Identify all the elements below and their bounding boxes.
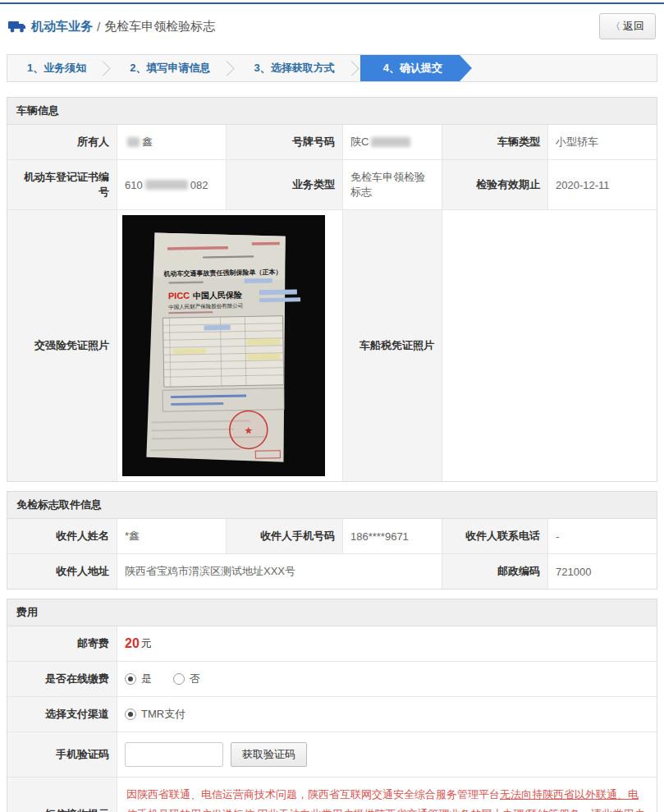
radio-checked-icon[interactable]	[125, 673, 136, 685]
step-2-fill-info[interactable]: 2、填写申请信息	[110, 55, 230, 81]
postage-label: 邮寄费	[7, 626, 117, 662]
zip-code-label: 邮政编码	[442, 554, 548, 589]
pay-channel-row: 选择支付渠道 TMR支付	[7, 697, 657, 732]
online-pay-no-option[interactable]: 否	[173, 672, 200, 686]
vehicle-row-2: 机动车登记证书编号 610082 业务类型 免检车申领检验标志 检验有效期止 2…	[7, 160, 657, 210]
redaction-blur	[145, 180, 188, 190]
pay-channel-options: TMR支付	[117, 697, 657, 732]
insurance-certificate-photo: 机动车交通事故责任强制保险单（正本） PICC 中国人民保险 中国人民财产保险股…	[122, 215, 325, 476]
registration-no-value: 610082	[117, 160, 227, 210]
postage-unit: 元	[141, 636, 152, 651]
postage-value: 20元	[117, 626, 657, 662]
radio-checked-icon[interactable]	[125, 709, 136, 720]
plate-value: 陕C	[343, 125, 442, 160]
redaction-blur	[127, 137, 140, 147]
business-type-value: 免检车申领检验标志	[343, 160, 442, 210]
pay-channel-tmr-option[interactable]: TMR支付	[125, 707, 185, 722]
insurance-photo-label: 交强险凭证照片	[7, 210, 117, 481]
tax-photo-cell-empty	[442, 210, 657, 481]
online-pay-row: 是否在线缴费 是 否	[7, 662, 657, 697]
plate-label: 号牌号码	[227, 125, 343, 160]
pickup-info-section: 免检标志取件信息 收件人姓名 *鑫 收件人手机号码 186****9671 收件…	[7, 491, 657, 590]
sms-tip-row: 短信接收提示 因陕西省联通、电信运营商技术问题，陕西省互联网交通安全综合服务管理…	[7, 778, 657, 812]
get-sms-code-button[interactable]: 获取验证码	[231, 742, 307, 767]
page-title: 免检车申领检验标志	[104, 19, 215, 34]
back-button-label: 返回	[623, 20, 644, 32]
recipient-name-label: 收件人姓名	[7, 519, 117, 554]
sms-code-input[interactable]	[125, 742, 223, 767]
recipient-mobile-value: 186****9671	[343, 519, 442, 554]
online-pay-options: 是 否	[117, 662, 657, 697]
sms-code-label: 手机验证码	[7, 732, 117, 778]
pay-channel-label: 选择支付渠道	[7, 697, 117, 732]
pickup-row-1: 收件人姓名 *鑫 收件人手机号码 186****9671 收件人联系电话 -	[7, 519, 657, 554]
vehicle-section-title: 车辆信息	[7, 98, 657, 125]
recipient-name-value: *鑫	[117, 519, 227, 554]
vehicle-photo-row: 交强险凭证照片 机动车交通事故责任强制保险单（正本） PICC 中国人民保险	[7, 210, 657, 481]
breadcrumb-separator: /	[97, 20, 100, 34]
owner-label: 所有人	[7, 125, 117, 160]
truck-icon	[8, 20, 26, 33]
zip-code-value: 721000	[548, 554, 657, 589]
step-1-notice[interactable]: 1、业务须知	[7, 55, 106, 81]
back-button[interactable]: 〈返回	[599, 13, 656, 39]
page-header: 机动车业务 / 免检车申领检验标志 〈返回	[0, 4, 664, 49]
pickup-row-2: 收件人地址 陕西省宝鸡市渭滨区测试地址XXX号 邮政编码 721000	[7, 554, 657, 589]
breadcrumb-app-title: 机动车业务	[31, 19, 93, 34]
step-progress-bar: 1、业务须知 2、填写申请信息 3、选择获取方式 4、确认提交	[7, 54, 657, 82]
postage-amount: 20	[125, 636, 140, 651]
inspection-valid-until-label: 检验有效期止	[442, 160, 548, 210]
insurance-photo-cell: 机动车交通事故责任强制保险单（正本） PICC 中国人民保险 中国人民财产保险股…	[117, 210, 343, 481]
step-4-confirm-submit[interactable]: 4、确认提交	[360, 55, 472, 81]
step-3-choose-method[interactable]: 3、选择获取方式	[234, 55, 354, 81]
sms-code-field-cell: 获取验证码	[117, 732, 657, 778]
online-pay-label: 是否在线缴费	[7, 662, 117, 697]
stamp-star-icon: ★	[244, 424, 253, 436]
recipient-mobile-label: 收件人手机号码	[227, 519, 343, 554]
recipient-phone-value: -	[548, 519, 657, 554]
recipient-address-label: 收件人地址	[7, 554, 117, 589]
recipient-address-value: 陕西省宝鸡市渭滨区测试地址XXX号	[117, 554, 442, 589]
vehicle-row-1: 所有人 鑫 号牌号码 陕C 车辆类型 小型轿车	[7, 125, 657, 160]
tax-photo-label: 车船税凭证照片	[343, 210, 442, 481]
sms-tip-label: 短信接收提示	[7, 778, 117, 812]
vehicle-info-section: 车辆信息 所有人 鑫 号牌号码 陕C 车辆类型 小型轿车 机动车登记证书编号 6…	[7, 97, 657, 482]
redaction-blur	[371, 137, 410, 147]
photo-brand-cn: 中国人民保险	[193, 291, 242, 300]
sms-code-row: 手机验证码 获取验证码	[7, 732, 657, 778]
inspection-valid-until-value: 2020-12-11	[548, 160, 657, 210]
pickup-section-title: 免检标志取件信息	[7, 492, 657, 519]
vehicle-type-label: 车辆类型	[442, 125, 548, 160]
business-type-label: 业务类型	[227, 160, 343, 210]
fee-section: 费用 邮寄费 20元 是否在线缴费 是 否 选择支付渠道 TMR支付 手机验证码…	[7, 599, 657, 812]
online-pay-yes-option[interactable]: 是	[125, 672, 152, 686]
sms-tip-text: 因陕西省联通、电信运营商技术问题，陕西省互联网交通安全综合服务管理平台无法向持陕…	[117, 778, 657, 812]
vehicle-type-value: 小型轿车	[548, 125, 657, 160]
registration-no-label: 机动车登记证书编号	[7, 160, 117, 210]
photo-brand-en: PICC	[168, 291, 190, 300]
recipient-phone-label: 收件人联系电话	[442, 519, 548, 554]
owner-value: 鑫	[117, 125, 227, 160]
sms-tip-cell: 因陕西省联通、电信运营商技术问题，陕西省互联网交通安全综合服务管理平台无法向持陕…	[117, 778, 657, 812]
fee-section-title: 费用	[7, 599, 657, 626]
radio-unchecked-icon[interactable]	[173, 673, 185, 685]
chevron-left-icon: 〈	[611, 21, 620, 32]
postage-row: 邮寄费 20元	[7, 626, 657, 662]
